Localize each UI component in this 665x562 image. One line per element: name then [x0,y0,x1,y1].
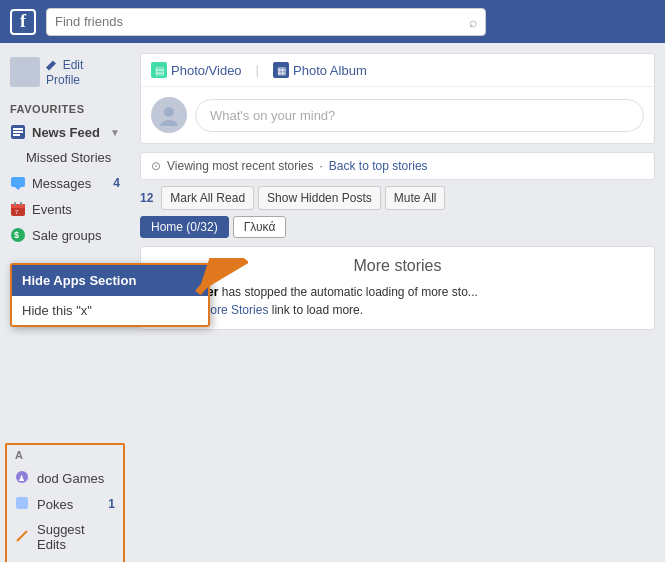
favourites-label: FAVOURITES [0,99,130,119]
svg-rect-8 [14,202,16,206]
search-bar[interactable]: ⌕ [46,8,486,36]
pokes-badge: 1 [108,497,115,511]
sidebar-item-pokes[interactable]: Pokes 1 [7,491,123,517]
svg-rect-4 [11,177,25,187]
sidebar-item-newsfeed[interactable]: News Feed ▼ [0,119,130,145]
sidebar-item-findgroups[interactable]: Find New Groups [7,557,123,562]
newsfeed-icon [10,124,26,140]
sidebar-item-label: Missed Stories [26,150,111,165]
svg-rect-7 [11,204,25,208]
mute-all-button[interactable]: Mute All [385,186,446,210]
tab-glyka-label: Γλυκά [244,220,276,234]
dropdown-item-hidex[interactable]: Hide this "x" [12,296,208,325]
post-input[interactable]: What's on your mind? [195,99,644,132]
tab-home-label: Home [151,220,183,234]
sidebar-item-dodgames[interactable]: ♟ dod Games [7,465,123,491]
tab-home-count: (0/32) [186,220,217,234]
sidebar-item-label: Pokes [37,497,73,512]
more-stories-title: More stories [151,257,644,275]
salegroups-icon: $ [10,227,26,243]
post-box: ▤ Photo/Video | ▦ Photo Album What's on … [140,53,655,144]
facebook-logo: f [10,9,36,35]
apps-section-box: A ♟ dod Games Pokes 1 [5,443,125,562]
search-input[interactable] [55,14,469,29]
sidebar-item-label: Messages [32,176,91,191]
svg-marker-5 [15,187,21,190]
tab-divider: | [256,62,259,78]
dodgames-icon: ♟ [15,470,31,486]
feed-tabs: Home (0/32) Γλυκά [140,216,655,238]
tab-photovideo-label: Photo/Video [171,63,242,78]
svg-rect-1 [13,128,23,130]
photovideo-icon: ▤ [151,62,167,78]
tab-photovideo[interactable]: ▤ Photo/Video [151,62,242,78]
main-layout: Edit Profile FAVOURITES News Feed ▼ Miss… [0,43,665,562]
suggestedits-icon [15,529,31,545]
post-input-row: What's on your mind? [141,87,654,143]
svg-point-27 [160,120,178,126]
tab-photoalbum[interactable]: ▦ Photo Album [273,62,367,78]
sidebar-item-label: News Feed [32,125,100,140]
profile-section: Edit Profile [0,51,130,93]
more-stories-body: Social Fixer has stopped the automatic l… [151,283,644,319]
svg-text:$: $ [14,230,19,240]
svg-text:♟: ♟ [18,474,25,483]
post-avatar [151,97,187,133]
feed-status-dot: · [320,159,323,173]
navbar: f ⌕ [0,0,665,43]
tab-glyka[interactable]: Γλυκά [233,216,287,238]
feed-actions-bar: 12 Mark All Read Show Hidden Posts Mute … [140,186,655,210]
show-hidden-posts-button[interactable]: Show Hidden Posts [258,186,381,210]
sidebar-item-label: Events [32,202,72,217]
pokes-icon [15,496,31,512]
mark-all-read-button[interactable]: Mark All Read [161,186,254,210]
sidebar-item-events[interactable]: 7 Events [0,196,130,222]
edit-icon [46,61,56,71]
profile-picture [10,57,40,87]
svg-rect-2 [13,131,23,133]
messages-badge: 4 [113,176,120,190]
dropdown-header: Hide Apps Section [12,265,208,296]
post-box-header: ▤ Photo/Video | ▦ Photo Album [141,54,654,87]
more-stories-link[interactable]: More Stories [200,303,268,317]
newsfeed-dropdown-arrow: ▼ [110,127,120,138]
feed-status-text: Viewing most recent stories [167,159,314,173]
messages-icon [10,175,26,191]
post-box-tabs: ▤ Photo/Video | ▦ Photo Album [151,62,367,78]
sidebar-item-label: Sale groups [32,228,101,243]
events-icon: 7 [10,201,26,217]
search-icon: ⌕ [469,14,477,30]
sidebar-item-label: dod Games [37,471,104,486]
edit-profile-link[interactable]: Edit Profile [46,57,120,87]
more-stories-box: More stories Social Fixer has stopped th… [140,246,655,330]
feed-count: 12 [140,191,153,205]
hide-apps-dropdown: Hide Apps Section Hide this "x" [10,263,210,327]
svg-rect-9 [20,202,22,206]
feed-status-bar: ⊙ Viewing most recent stories · Back to … [140,152,655,180]
svg-rect-3 [13,134,20,136]
sidebar-item-salegroups[interactable]: $ Sale groups [0,222,130,248]
tab-photoalbum-label: Photo Album [293,63,367,78]
apps-section-label: A [7,445,123,465]
sidebar-item-messages[interactable]: Messages 4 [0,170,130,196]
sidebar-item-label: Suggest Edits [37,522,115,552]
svg-point-26 [164,107,174,117]
back-to-top-link[interactable]: Back to top stories [329,159,428,173]
photoalbum-icon: ▦ [273,62,289,78]
main-content: ▤ Photo/Video | ▦ Photo Album What's on … [130,43,665,562]
sidebar-item-missed[interactable]: Missed Stories [0,145,130,170]
sidebar-item-suggestedits[interactable]: Suggest Edits [7,517,123,557]
sidebar: Edit Profile FAVOURITES News Feed ▼ Miss… [0,43,130,562]
svg-rect-16 [16,497,28,509]
tab-home[interactable]: Home (0/32) [140,216,229,238]
clock-icon: ⊙ [151,159,161,173]
